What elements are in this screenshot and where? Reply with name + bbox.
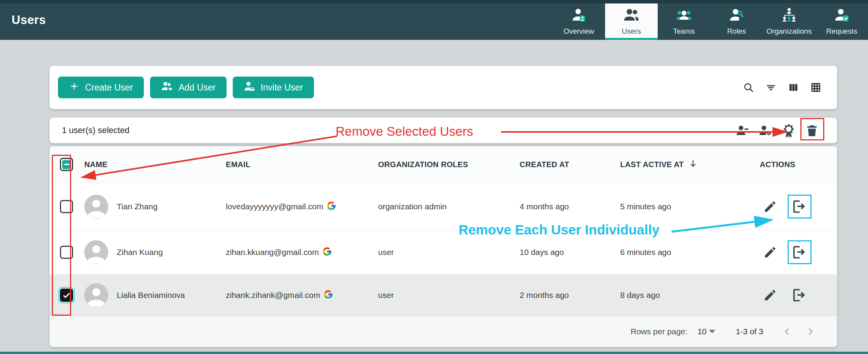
tab-requests[interactable]: Requests (815, 3, 868, 40)
chevron-right-icon[interactable] (805, 327, 815, 337)
header-checkbox-cell (54, 158, 79, 171)
user-role: user (378, 248, 394, 257)
dropdown-caret-icon[interactable] (709, 330, 715, 333)
user-role: user (378, 291, 394, 300)
column-header-created[interactable]: CREATED AT (520, 160, 569, 169)
column-header-actions: ACTIONS (760, 160, 795, 169)
people-icon (624, 7, 639, 24)
remove-user-icon[interactable] (791, 287, 808, 303)
column-header-last-active[interactable]: LAST ACTIVE AT (620, 158, 698, 171)
user-role: organization admin (378, 202, 447, 211)
create-user-label: Create User (85, 82, 133, 93)
org-tree-icon (781, 7, 797, 24)
edit-icon[interactable] (763, 200, 777, 214)
user-name: Zihan Kuang (117, 248, 163, 257)
add-user-label: Add User (179, 82, 216, 93)
select-all-checkbox[interactable] (60, 158, 73, 171)
filter-icon[interactable] (765, 82, 777, 93)
row-checkbox[interactable] (60, 246, 73, 259)
delete-icon[interactable] (805, 124, 819, 137)
avatar (84, 195, 108, 219)
invite-user-button[interactable]: Invite User (233, 77, 314, 98)
columns-icon[interactable] (788, 82, 799, 93)
remove-user-icon[interactable] (791, 198, 808, 215)
google-icon (326, 201, 336, 212)
user-created: 4 months ago (520, 202, 569, 211)
tab-label: Roles (727, 27, 746, 36)
pagination-range: 1-3 of 3 (736, 327, 763, 336)
table-header-row: NAME EMAIL ORGANIZATION ROLES CREATED AT… (49, 146, 837, 183)
sort-descending-icon[interactable] (688, 158, 698, 171)
person-check-icon (834, 7, 849, 24)
user-name: Tian Zhang (117, 202, 157, 211)
table-row[interactable]: Tian Zhang lovedayyyyyyy@gmail.com organ… (49, 183, 837, 230)
invite-user-icon (244, 80, 255, 94)
invite-user-label: Invite User (261, 82, 303, 93)
plus-icon (69, 81, 80, 94)
user-last-active: 6 minutes ago (620, 248, 671, 257)
edit-icon[interactable] (763, 288, 777, 302)
user-email: zihank.zihank@gmail.com (226, 291, 320, 300)
toolbar-icons (743, 82, 822, 93)
chevron-left-icon[interactable] (782, 327, 792, 337)
google-icon (322, 246, 332, 258)
selection-count: 1 user(s) selected (62, 125, 130, 135)
selection-actions (736, 124, 819, 137)
tab-label: Organizations (766, 27, 812, 36)
remove-user-from-group-icon[interactable] (736, 124, 749, 137)
add-user-icon (161, 80, 173, 94)
app-bar-top-strip (0, 0, 868, 3)
table-row-selected[interactable]: Lialia Beniaminova zihank.zihank@gmail.c… (49, 275, 837, 316)
user-name: Lialia Beniaminova (117, 291, 185, 300)
column-header-roles[interactable]: ORGANIZATION ROLES (378, 160, 468, 169)
tab-label: Requests (826, 27, 857, 36)
grid-icon[interactable] (810, 82, 822, 93)
add-user-button[interactable]: Add User (150, 77, 227, 98)
table-footer: Rows per page: 10 1-3 of 3 (49, 316, 837, 347)
user-last-active: 8 days ago (620, 291, 660, 300)
edit-icon[interactable] (763, 245, 777, 259)
tab-overview[interactable]: Overview (553, 3, 605, 40)
selection-bar: 1 user(s) selected (49, 118, 837, 143)
table-row[interactable]: Zihan Kuang zihan.kkuang@gmail.com user … (49, 230, 837, 275)
remove-user-icon[interactable] (791, 244, 808, 260)
tab-label: Users (622, 27, 641, 36)
rows-per-page-label: Rows per page: (631, 327, 687, 336)
row-checkbox-checked[interactable] (60, 289, 73, 302)
bottom-accent-bar (0, 352, 868, 354)
user-created: 10 days ago (520, 248, 564, 257)
person-key-icon (729, 7, 744, 24)
column-header-last-active-label: LAST ACTIVE AT (620, 160, 684, 169)
user-created: 2 months ago (520, 291, 569, 300)
person-badge-icon (571, 7, 587, 24)
group-icon (676, 7, 692, 24)
avatar (84, 283, 108, 307)
tab-label: Teams (673, 27, 695, 36)
page-title: Users (12, 13, 46, 27)
rows-per-page-select[interactable]: 10 (697, 327, 706, 336)
main-nav: Overview Users Teams Roles (553, 3, 868, 40)
users-table: NAME EMAIL ORGANIZATION ROLES CREATED AT… (49, 146, 837, 347)
user-email: lovedayyyyyyy@gmail.com (226, 202, 323, 211)
tab-organizations[interactable]: Organizations (763, 3, 815, 40)
tab-users[interactable]: Users (605, 3, 658, 40)
user-email: zihan.kkuang@gmail.com (226, 248, 319, 257)
toolbar-buttons: Create User Add User Invite User (58, 77, 314, 98)
tab-roles[interactable]: Roles (710, 3, 763, 40)
tab-teams[interactable]: Teams (658, 3, 710, 40)
search-icon[interactable] (743, 82, 754, 93)
user-last-active: 5 minutes ago (620, 202, 671, 211)
column-header-name[interactable]: NAME (84, 160, 107, 169)
create-user-button[interactable]: Create User (58, 77, 144, 98)
avatar (84, 240, 108, 264)
certify-user-icon[interactable] (782, 124, 795, 137)
google-icon (323, 289, 333, 301)
app-bar: Users Overview Users Teams (0, 0, 868, 40)
toolbar: Create User Add User Invite User (49, 66, 837, 109)
users-admin-screen: Users Overview Users Teams (0, 0, 868, 354)
row-checkbox[interactable] (60, 200, 73, 213)
column-header-email[interactable]: EMAIL (226, 160, 251, 169)
tab-label: Overview (563, 27, 594, 36)
user-settings-icon[interactable] (759, 124, 772, 137)
